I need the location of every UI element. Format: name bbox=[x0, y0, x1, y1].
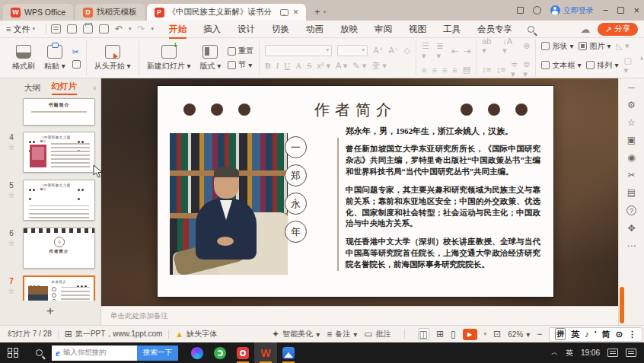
search-icon[interactable] bbox=[528, 26, 534, 33]
shapes-button[interactable]: 形状 ▾ bbox=[541, 41, 573, 52]
tab-home[interactable]: 开始 bbox=[161, 21, 194, 37]
tab-transitions[interactable]: 切换 bbox=[264, 21, 297, 37]
action-center-icon[interactable] bbox=[626, 349, 636, 357]
line-spacing-icon[interactable]: ↕≡ bbox=[482, 65, 491, 74]
add-slide-button[interactable]: + bbox=[0, 301, 100, 325]
tab-docer-templates[interactable]: D 找稻壳模板 bbox=[75, 4, 145, 21]
search-input[interactable]: e 输入你想搜的 bbox=[52, 345, 137, 361]
ime-pinyin-icon[interactable]: 拼 bbox=[555, 328, 566, 340]
undo-chevron-icon[interactable]: ▾ bbox=[129, 26, 132, 32]
increase-font-icon[interactable]: A⁺ bbox=[373, 46, 383, 56]
help-icon[interactable]: ? bbox=[626, 205, 636, 215]
ime-emoji-icon[interactable]: ⊙ bbox=[616, 330, 623, 339]
ime-more-icon[interactable]: ⋮ bbox=[628, 330, 636, 339]
align-left-icon[interactable]: ≡ bbox=[422, 65, 426, 75]
taskbar-search-icon[interactable] bbox=[26, 342, 52, 363]
increase-indent-icon[interactable]: ⇥ bbox=[464, 46, 470, 56]
missing-font-warning[interactable]: ▲ 缺失字体 bbox=[175, 329, 217, 339]
file-menu[interactable]: ≡ 文件 ▾ bbox=[6, 24, 35, 35]
clock[interactable]: 19:06 bbox=[581, 349, 600, 357]
play-from-start-button[interactable]: 从头开始 ▾ bbox=[92, 44, 133, 72]
tab-outline-view[interactable]: 大纲 bbox=[24, 82, 41, 94]
print-preview-icon[interactable] bbox=[99, 24, 109, 33]
redo-chevron-icon[interactable]: ▾ bbox=[151, 26, 155, 32]
slide-body-text[interactable]: 郑永年，男，1962年生，浙江余姚人，汉族。 曾任新加坡国立大学东亚研究所所长，… bbox=[346, 126, 540, 271]
collapse-pane-icon[interactable]: ─ bbox=[628, 83, 635, 92]
distribute-icon[interactable]: ▤ bbox=[463, 65, 470, 75]
zoom-out-icon[interactable]: − bbox=[537, 329, 542, 339]
close-button[interactable]: × bbox=[633, 5, 639, 16]
tab-list-chevron-icon[interactable]: ▾ bbox=[324, 9, 327, 15]
normal-view-icon[interactable]: ◫ bbox=[418, 328, 429, 340]
shape-fill-icon[interactable]: ◺ ▾ bbox=[616, 41, 629, 51]
slide-thumbnail-7-selected[interactable]: 作者简介 bbox=[23, 275, 95, 301]
tab-animations[interactable]: 动画 bbox=[298, 21, 331, 37]
new-slide-button[interactable]: 新建幻灯片 ▾ bbox=[145, 44, 193, 72]
paragraph-spacing-icon[interactable]: ↨≡ bbox=[496, 65, 505, 74]
taskbar-app-green[interactable] bbox=[209, 342, 231, 363]
save-icon[interactable] bbox=[51, 24, 61, 33]
tab-current-document[interactable]: P 《中国民族主义新解》读书分 × bbox=[147, 4, 307, 21]
tab-review[interactable]: 审阅 bbox=[367, 21, 400, 37]
align-right-icon[interactable]: ≡ bbox=[442, 65, 447, 75]
numbering-icon[interactable]: ≣ ▾ bbox=[437, 41, 446, 61]
panel-collapse-icon[interactable]: ‹ bbox=[94, 84, 96, 92]
docer-resource-icon[interactable]: ◉ bbox=[627, 153, 635, 162]
tab-slideshow[interactable]: 放映 bbox=[333, 21, 365, 37]
ime-simplified-icon[interactable]: 简 bbox=[602, 329, 611, 340]
new-tab-button[interactable]: + bbox=[314, 6, 320, 18]
star-icon[interactable]: ☆ bbox=[8, 143, 15, 151]
arrange-button[interactable]: 排列 ▾ bbox=[586, 60, 618, 71]
canvas-scrollbar-thumb[interactable] bbox=[620, 287, 624, 323]
fit-to-window-icon[interactable]: ⊡ bbox=[493, 329, 501, 339]
notification-icon[interactable] bbox=[607, 349, 618, 357]
properties-settings-icon[interactable]: ⚙ bbox=[627, 100, 636, 110]
template-brand[interactable]: ⊞ 第一PPT，www.1ppt.com bbox=[65, 329, 163, 339]
toolbar-expand-chevron-icon[interactable]: › bbox=[637, 40, 644, 75]
font-family-select[interactable] bbox=[265, 45, 332, 56]
cut-icon[interactable]: ✂ bbox=[72, 47, 81, 57]
ime-tick-icon[interactable]: ’ bbox=[595, 330, 597, 339]
comments-button[interactable]: ▭ 批注 bbox=[364, 329, 391, 339]
vertical-name-circles[interactable]: 一 郑 永 年 bbox=[285, 136, 307, 243]
tab-close-icon[interactable]: × bbox=[293, 7, 298, 18]
play-options-chevron-icon[interactable]: ▾ bbox=[484, 331, 487, 337]
textbox-button[interactable]: 文本框 ▾ bbox=[541, 60, 581, 71]
text-effects-icon[interactable]: 变 ▾ bbox=[371, 60, 387, 72]
comment-bubble-icon[interactable] bbox=[280, 9, 289, 16]
share-button[interactable]: ↗ 分享 bbox=[598, 23, 638, 36]
tray-expand-icon[interactable]: ︿ bbox=[551, 348, 558, 358]
align-center-icon[interactable]: ≡ bbox=[432, 65, 436, 75]
decrease-indent-icon[interactable]: ⇤ bbox=[451, 46, 458, 56]
notes-toggle-button[interactable]: ≡ 备注 ▾ bbox=[327, 329, 357, 339]
taskbar-app-red[interactable] bbox=[231, 342, 254, 363]
copy-icon[interactable] bbox=[72, 60, 81, 68]
font-size-select[interactable] bbox=[337, 45, 368, 56]
ime-english-icon[interactable]: 英 bbox=[571, 329, 579, 340]
output-icon[interactable] bbox=[67, 24, 77, 33]
ime-sound-icon[interactable]: ♪ bbox=[585, 330, 589, 339]
slide-title[interactable]: 作者简介 bbox=[314, 100, 397, 120]
zoom-level[interactable]: 62% ▾ bbox=[508, 330, 530, 339]
superscript-icon[interactable]: x² ▾ bbox=[317, 61, 330, 71]
start-button[interactable] bbox=[0, 342, 26, 363]
tab-tools[interactable]: 工具 bbox=[435, 21, 468, 37]
star-icon[interactable]: ☆ bbox=[8, 239, 15, 247]
highlight-color-icon[interactable]: ✎ ▾ bbox=[352, 61, 366, 71]
bullets-icon[interactable]: ☰ ▾ bbox=[422, 41, 432, 61]
more-icon[interactable]: ⋯ bbox=[627, 241, 636, 250]
tab-slides-view[interactable]: 幻灯片 bbox=[52, 81, 77, 95]
login-button[interactable]: 立即登录 bbox=[550, 5, 594, 16]
star-icon[interactable]: ☆ bbox=[8, 191, 15, 199]
tab-membership[interactable]: 会员专享 bbox=[470, 21, 520, 37]
text-orientation-icon[interactable]: ↓A ▾ bbox=[502, 37, 518, 56]
columns-icon[interactable]: ≑ ▾ bbox=[511, 59, 518, 79]
tab-design[interactable]: 设计 bbox=[230, 21, 263, 37]
notes-input-area[interactable]: 单击此处添加备注 bbox=[101, 306, 618, 325]
ime-language-indicator[interactable]: 英 bbox=[566, 348, 573, 358]
author-photo[interactable] bbox=[170, 133, 288, 275]
slide-thumbnail-4[interactable]: 《中国民族主义新解》 bbox=[23, 132, 95, 173]
search-go-button[interactable]: 搜索一下 bbox=[137, 345, 178, 361]
format-painter-button[interactable]: 格式刷 bbox=[10, 44, 37, 72]
undo-icon[interactable]: ↶ bbox=[115, 24, 123, 34]
